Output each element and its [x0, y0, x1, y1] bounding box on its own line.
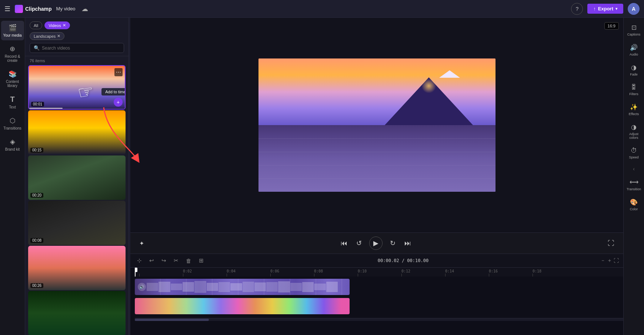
- timeline-cut-button[interactable]: ✂: [171, 256, 181, 265]
- right-sidebar-item-effects[interactable]: ✨ Effects: [625, 100, 643, 119]
- add-to-timeline-button[interactable]: +: [114, 98, 123, 107]
- sidebar-item-content-library[interactable]: 📚 Content library: [1, 67, 24, 91]
- right-sidebar: ⊡ Captions 🔊 Audio ◑ Fade 🎛 Filters ✨ Ef…: [623, 18, 644, 335]
- skip-to-end-button[interactable]: ⏭: [403, 238, 413, 249]
- sidebar-item-transitions[interactable]: ⬡ Transitions: [1, 114, 24, 133]
- list-item[interactable]: 00:08: [28, 201, 126, 245]
- aspect-ratio-badge[interactable]: 16:9: [604, 22, 619, 30]
- preview-area: 16:9: [130, 18, 623, 232]
- timeline-scrollbar[interactable]: [135, 318, 623, 321]
- filter-videos-button[interactable]: Videos ✕: [44, 21, 70, 29]
- export-chevron: ▾: [615, 7, 617, 11]
- video-title[interactable]: My video: [56, 6, 76, 11]
- magic-edit-button[interactable]: ✦: [138, 238, 146, 248]
- right-sidebar-item-captions[interactable]: ⊡ Captions: [625, 21, 643, 39]
- video-frame: [258, 58, 495, 192]
- audio-label: Audio: [630, 53, 638, 56]
- search-box: 🔍: [30, 43, 124, 53]
- media-more-button[interactable]: ⋯: [114, 68, 123, 76]
- timeline-ruler: 0:02 0:04 0:06 0:08 0:10 0:12 0:14: [135, 268, 623, 277]
- list-item[interactable]: [28, 291, 126, 335]
- scrollbar-thumb[interactable]: [135, 319, 209, 321]
- filter-row: All Videos ✕: [30, 21, 124, 29]
- right-sidebar-item-speed[interactable]: ⏱ Speed: [625, 144, 643, 162]
- zoom-out-button[interactable]: －: [600, 257, 605, 264]
- remove-landscape-filter[interactable]: ✕: [57, 34, 60, 38]
- media-panel-header: All Videos ✕ Landscapes ✕ 🔍: [25, 18, 129, 56]
- remove-videos-filter[interactable]: ✕: [63, 23, 66, 28]
- fullscreen-button[interactable]: ⛶: [606, 238, 616, 249]
- export-icon: ↑: [593, 6, 596, 11]
- ruler-mark-2: 0:04: [227, 269, 236, 273]
- sidebar-item-brand-kit[interactable]: ◈ Brand kit: [1, 135, 24, 154]
- transitions-icon: ⬡: [10, 117, 16, 125]
- list-item[interactable]: 00:15: [28, 110, 126, 155]
- list-item[interactable]: 00:01 ⋯ + Add to timeline: [28, 65, 126, 110]
- video-clip[interactable]: 🔊: [135, 279, 350, 295]
- audio-track: [135, 297, 623, 315]
- record-create-icon: ⊕: [10, 45, 15, 53]
- transition-label: Transition: [627, 187, 641, 191]
- audio-clip[interactable]: [135, 298, 350, 314]
- timeline-redo-button[interactable]: ↪: [159, 256, 168, 265]
- landscape-filter-row: Landscapes ✕: [30, 32, 124, 40]
- playhead-handle[interactable]: [135, 268, 137, 272]
- zoom-fit-button[interactable]: ⛶: [614, 258, 619, 264]
- media-duration: 00:26: [30, 283, 43, 288]
- effects-label: Effects: [629, 112, 639, 116]
- play-button[interactable]: ▶: [369, 237, 383, 250]
- timeline-gutter: [130, 268, 135, 335]
- sidebar-item-label: Content library: [3, 80, 23, 88]
- tracks-container: 🔊: [135, 277, 623, 318]
- color-label: Color: [630, 207, 638, 211]
- right-sidebar-collapse-button[interactable]: ‹: [631, 164, 636, 173]
- right-sidebar-item-audio[interactable]: 🔊 Audio: [625, 41, 643, 59]
- timeline-tracks[interactable]: 0:02 0:04 0:06 0:08 0:10 0:12 0:14: [135, 268, 623, 335]
- content-library-icon: 📚: [9, 70, 17, 78]
- search-input[interactable]: [42, 46, 120, 51]
- export-button[interactable]: ↑ Export ▾: [587, 4, 623, 14]
- list-item[interactable]: 00:26: [28, 246, 126, 290]
- adjust-colors-icon: ◑: [631, 123, 637, 131]
- playback-controls: ✦ ⏮ ↺ ▶ ↻ ⏭ ⛶: [130, 232, 623, 254]
- filter-landscapes-button[interactable]: Landscapes ✕: [30, 32, 64, 40]
- timeline-content: 0:02 0:04 0:06 0:08 0:10 0:12 0:14: [130, 268, 623, 335]
- timeline-split-button[interactable]: ⊞: [197, 256, 206, 265]
- your-media-icon: 🎬: [9, 24, 17, 32]
- media-duration: 00:15: [30, 148, 43, 153]
- list-item[interactable]: 00:20: [28, 155, 126, 200]
- hamburger-menu[interactable]: ☰: [4, 5, 10, 13]
- sidebar-item-label: Text: [9, 105, 16, 109]
- items-count: 76 items: [25, 56, 129, 65]
- sidebar-item-your-media[interactable]: 🎬 Your media: [1, 21, 24, 40]
- sidebar-item-text[interactable]: T Text: [1, 92, 24, 112]
- user-avatar[interactable]: A: [628, 3, 640, 15]
- timeline-undo-button[interactable]: ↩: [147, 256, 156, 265]
- right-sidebar-item-adjust-colors[interactable]: ◑ Adjust colors: [625, 120, 643, 143]
- right-sidebar-item-color[interactable]: 🎨 Color: [625, 195, 643, 214]
- brand-kit-icon: ◈: [10, 138, 15, 146]
- app-name: Clipchamp: [25, 6, 52, 12]
- timeline-delete-button[interactable]: 🗑: [184, 257, 194, 265]
- rewind-button[interactable]: ↺: [355, 238, 363, 249]
- ruler-mark-8: 0:16: [489, 269, 498, 273]
- right-sidebar-item-filters[interactable]: 🎛 Filters: [625, 81, 643, 99]
- fade-label: Fade: [630, 73, 638, 76]
- filters-icon: 🎛: [631, 84, 637, 91]
- center-area: 16:9: [130, 18, 623, 335]
- right-sidebar-item-fade[interactable]: ◑ Fade: [625, 61, 643, 79]
- right-sidebar-item-transition[interactable]: ⟷ Transition: [625, 175, 643, 194]
- ruler-mark-9: 0:18: [533, 269, 541, 273]
- clip-audio-icon: 🔊: [138, 283, 146, 291]
- timeline-select-tool[interactable]: ⊹: [135, 256, 144, 265]
- sidebar-item-record-create[interactable]: ⊕ Record & create: [1, 42, 24, 66]
- ruler-mark-3: 0:06: [270, 269, 279, 273]
- skip-to-start-button[interactable]: ⏮: [339, 238, 349, 249]
- playhead[interactable]: [135, 268, 136, 277]
- zoom-in-button[interactable]: ＋: [607, 257, 612, 264]
- color-icon: 🎨: [630, 198, 638, 206]
- filter-all-button[interactable]: All: [30, 21, 42, 29]
- fast-forward-button[interactable]: ↻: [388, 238, 397, 249]
- help-button[interactable]: ?: [571, 3, 583, 15]
- fade-icon: ◑: [631, 64, 637, 71]
